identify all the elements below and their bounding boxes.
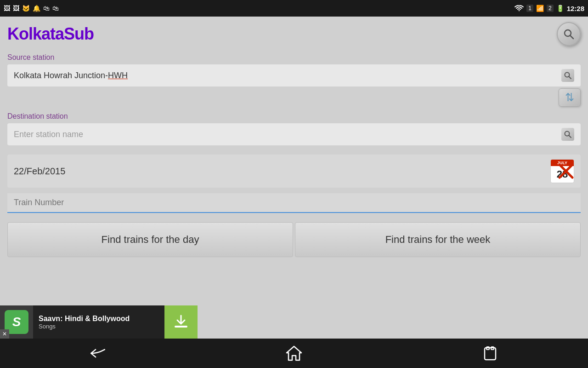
status-bar-left: 🖼 🖼 🐱 🔔 🛍 🛍 <box>4 5 59 12</box>
source-label: Source station <box>7 53 581 62</box>
status-bar-right: 1 📶 2 🔋 12:28 <box>514 5 584 12</box>
destination-placeholder: Enter station name <box>14 130 558 139</box>
notification-icon-2: 🖼 <box>13 5 19 12</box>
title-row: KolkataSub <box>7 22 581 46</box>
train-number-input[interactable] <box>14 198 574 207</box>
find-trains-day-button[interactable]: Find trains for the day <box>7 222 293 257</box>
notification-title: Saavn: Hindi & Bollywood <box>39 315 159 323</box>
destination-search-icon <box>564 130 572 138</box>
notification-close-button[interactable]: ✕ <box>0 329 9 339</box>
notification-icon-3: 🐱 <box>22 5 30 12</box>
svg-line-1 <box>570 35 573 39</box>
notification-bar: S Saavn: Hindi & Bollywood Songs <box>0 305 198 339</box>
swap-btn-row: ⇅ <box>7 88 581 107</box>
svg-line-3 <box>569 76 571 79</box>
button-row: Find trains for the day Find trains for … <box>7 222 581 257</box>
nav-home-button[interactable] <box>276 343 312 363</box>
nav-bar <box>0 339 588 368</box>
signal-icon: 1 <box>526 5 533 12</box>
clear-date-button[interactable] <box>556 161 576 181</box>
status-bar: 🖼 🖼 🐱 🔔 🛍 🛍 1 📶 2 🔋 12:28 <box>0 0 588 17</box>
find-trains-week-button[interactable]: Find trains for the week <box>295 222 581 257</box>
date-value: 22/Feb/2015 <box>14 166 543 177</box>
notification-icon-4: 🔔 <box>33 5 40 12</box>
recents-icon <box>483 346 498 361</box>
search-icon <box>562 28 575 40</box>
notification-subtitle: Songs <box>39 323 159 330</box>
notification-download-button[interactable] <box>164 305 198 339</box>
wifi-icon <box>514 5 524 12</box>
home-icon <box>286 345 302 361</box>
source-search-icon <box>564 71 572 80</box>
sim2-icon: 2 <box>547 5 554 12</box>
sim-icon: 📶 <box>536 5 544 12</box>
main-search-button[interactable] <box>557 22 581 46</box>
swap-icon: ⇅ <box>565 91 574 104</box>
notification-icon-6: 🛍 <box>52 5 59 12</box>
swap-button[interactable]: ⇅ <box>559 88 581 107</box>
notification-text: Saavn: Hindi & Bollywood Songs <box>33 311 164 334</box>
notification-icon-1: 🖼 <box>4 5 10 12</box>
nav-recents-button[interactable] <box>472 343 509 363</box>
destination-search-button[interactable] <box>561 128 574 141</box>
svg-marker-9 <box>287 346 301 360</box>
train-number-row[interactable] <box>7 193 581 213</box>
download-icon <box>173 314 189 330</box>
saavn-logo-letter: S <box>12 315 21 329</box>
nav-back-button[interactable] <box>79 343 116 363</box>
date-row: 22/Feb/2015 JULY 28 <box>7 155 581 188</box>
status-time: 12:28 <box>567 5 584 12</box>
destination-label: Destination station <box>7 112 581 121</box>
battery-icon: 🔋 <box>556 5 564 12</box>
app-title: KolkataSub <box>7 24 94 44</box>
svg-rect-8 <box>175 326 187 328</box>
x-icon <box>557 162 575 180</box>
app-container: KolkataSub Source station Kolkata Howrah… <box>0 17 588 339</box>
source-search-button[interactable] <box>561 69 574 82</box>
source-code: HWH <box>108 71 128 80</box>
destination-input-row[interactable]: Enter station name <box>7 123 581 145</box>
source-value: Kolkata Howrah Junction-HWH <box>14 71 128 80</box>
source-input-row: Kolkata Howrah Junction-HWH <box>7 64 581 86</box>
notification-icon-5: 🛍 <box>43 5 50 12</box>
back-icon <box>90 348 106 359</box>
svg-line-5 <box>569 135 571 138</box>
